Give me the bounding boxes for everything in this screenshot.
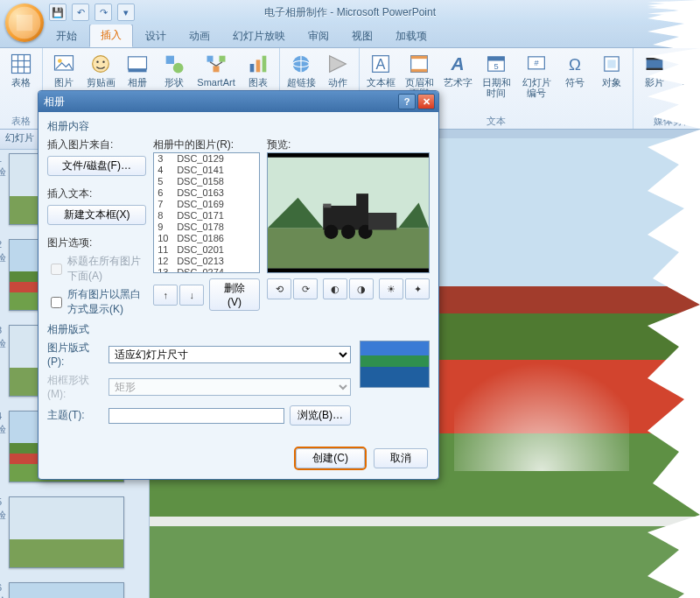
- album-button[interactable]: 相册: [122, 50, 153, 88]
- slide-thumb[interactable]: 6验: [9, 582, 140, 598]
- frame-shape-label: 相框形状(M):: [47, 373, 103, 400]
- rotate-right-icon[interactable]: ⟳: [293, 278, 318, 299]
- clipart-button[interactable]: 剪贴画: [85, 50, 116, 88]
- picture-list-item[interactable]: 5DSC_0158: [154, 176, 259, 187]
- ribbon-tabs: 开始 插入 设计 动画 幻灯片放映 审阅 视图 加载项: [0, 25, 700, 48]
- datetime-button[interactable]: 5日期和时间: [479, 50, 514, 98]
- picture-layout-label: 图片版式(P):: [47, 341, 103, 368]
- picture-list-item[interactable]: 6DSC_0163: [154, 187, 259, 199]
- group-label: 文本: [486, 114, 506, 129]
- svg-point-15: [173, 63, 184, 74]
- dialog-titlebar[interactable]: 相册 ? ✕: [38, 91, 438, 112]
- table-button[interactable]: 表格: [5, 50, 37, 88]
- action-button[interactable]: 动作: [322, 50, 354, 88]
- picture-layout-select[interactable]: 适应幻灯片尺寸: [108, 346, 351, 363]
- smartart-button[interactable]: SmartArt: [195, 50, 237, 88]
- help-icon[interactable]: ?: [398, 94, 416, 109]
- svg-rect-57: [368, 213, 396, 230]
- picture-list-item[interactable]: 9DSC_0178: [154, 222, 259, 233]
- move-up-button[interactable]: ↑: [153, 285, 178, 306]
- rotate-left-icon[interactable]: ⟲: [267, 278, 291, 299]
- tab-review[interactable]: 审阅: [298, 25, 340, 47]
- svg-rect-14: [166, 56, 174, 64]
- close-icon[interactable]: ✕: [417, 94, 435, 109]
- tab-design[interactable]: 设计: [135, 25, 177, 47]
- chart-button[interactable]: 图表: [242, 50, 274, 88]
- tab-home[interactable]: 开始: [46, 25, 88, 47]
- svg-marker-27: [330, 56, 346, 73]
- tab-animation[interactable]: 动画: [178, 25, 220, 47]
- hyperlink-button[interactable]: 超链接: [285, 50, 317, 88]
- undo-icon[interactable]: ↶: [72, 4, 89, 21]
- picture-list-item[interactable]: 13DSC_0274: [154, 267, 259, 273]
- black-white-checkbox[interactable]: 所有图片以黑白方式显示(K): [47, 287, 146, 317]
- redo-icon[interactable]: ↷: [94, 4, 112, 21]
- picture-list-item[interactable]: 7DSC_0169: [154, 199, 259, 210]
- picture-list-label: 相册中的图片(R):: [153, 137, 260, 152]
- theme-label: 主题(T):: [47, 408, 103, 423]
- tab-view[interactable]: 视图: [341, 25, 383, 47]
- svg-rect-56: [323, 204, 331, 208]
- black-white-input[interactable]: [51, 297, 62, 308]
- new-textbox-button[interactable]: 新建文本框(X): [47, 205, 146, 225]
- preview-column: 预览:: [267, 137, 430, 317]
- slide-thumb[interactable]: 5验: [9, 496, 140, 568]
- frame-shape-select: 矩形: [108, 378, 351, 396]
- office-button[interactable]: [5, 4, 44, 42]
- brightness-up-icon[interactable]: ☀: [379, 278, 403, 299]
- group-label: 表格: [11, 114, 31, 129]
- symbol-button[interactable]: Ω符号: [559, 50, 591, 88]
- picture-list-item[interactable]: 3DSC_0129: [154, 153, 259, 165]
- textbox-label: 文本框: [367, 77, 396, 88]
- brightness-down-icon[interactable]: ✦: [405, 278, 430, 299]
- browse-button[interactable]: 浏览(B)…: [290, 405, 351, 426]
- wordart-button[interactable]: A艺术字: [442, 50, 473, 88]
- caption-below-checkbox: 标题在所有图片下面(A): [47, 254, 146, 284]
- tab-insert[interactable]: 插入: [89, 24, 133, 47]
- hyperlink-label: 超链接: [287, 77, 316, 88]
- cancel-button[interactable]: 取消: [374, 448, 428, 468]
- chart-label: 图表: [248, 77, 268, 88]
- qat-dropdown-icon[interactable]: ▾: [117, 4, 135, 21]
- svg-rect-23: [262, 56, 267, 73]
- move-down-button[interactable]: ↓: [179, 285, 204, 306]
- save-icon[interactable]: 💾: [49, 4, 66, 21]
- shapes-button[interactable]: 形状: [158, 50, 190, 88]
- slidenum-label: 幻灯片编号: [519, 77, 554, 98]
- svg-rect-18: [214, 66, 220, 72]
- picture-list-item[interactable]: 10DSC_0186: [154, 233, 259, 244]
- remove-button[interactable]: 删除(V): [209, 278, 260, 311]
- theme-input[interactable]: [108, 408, 284, 424]
- preview-label: 预览:: [267, 137, 430, 152]
- create-button[interactable]: 创建(C): [296, 448, 365, 468]
- svg-line-19: [210, 62, 216, 67]
- object-button[interactable]: 对象: [596, 50, 627, 88]
- title-bar: 💾 ↶ ↷ ▾ 电子相册制作 - Microsoft PowerPoint: [0, 0, 700, 25]
- slidenum-button[interactable]: #幻灯片编号: [519, 50, 554, 98]
- clipart-label: 剪贴画: [87, 77, 116, 88]
- table-label: 表格: [11, 77, 31, 88]
- svg-text:#: #: [534, 59, 539, 67]
- textbox-button[interactable]: A文本框: [365, 50, 396, 88]
- picture-list-item[interactable]: 4DSC_0141: [154, 165, 259, 176]
- picture-button[interactable]: 图片: [48, 50, 80, 88]
- preview-image: [267, 152, 430, 273]
- tab-slideshow[interactable]: 幻灯片放映: [222, 25, 296, 47]
- tab-addins[interactable]: 加载项: [385, 25, 438, 47]
- file-disk-button[interactable]: 文件/磁盘(F)…: [47, 156, 146, 176]
- svg-rect-16: [207, 56, 214, 62]
- contrast-up-icon[interactable]: ◐: [323, 278, 347, 299]
- svg-rect-12: [129, 57, 147, 69]
- svg-line-20: [216, 62, 222, 67]
- dialog-title: 相册: [44, 95, 65, 109]
- ribbon-group-tables: 表格 表格: [0, 48, 43, 129]
- picture-list-item[interactable]: 12DSC_0213: [154, 256, 259, 267]
- contrast-down-icon[interactable]: ◑: [349, 278, 374, 299]
- picture-listbox[interactable]: 3DSC_01294DSC_01415DSC_01586DSC_01637DSC…: [153, 152, 260, 273]
- picture-list-item[interactable]: 8DSC_0171: [154, 210, 259, 222]
- picture-options-label: 图片选项:: [47, 236, 146, 250]
- object-label: 对象: [602, 77, 621, 88]
- insert-text-label: 插入文本:: [47, 186, 146, 201]
- picture-list-item[interactable]: 11DSC_0201: [154, 244, 259, 256]
- section-album-content: 相册内容: [47, 119, 430, 134]
